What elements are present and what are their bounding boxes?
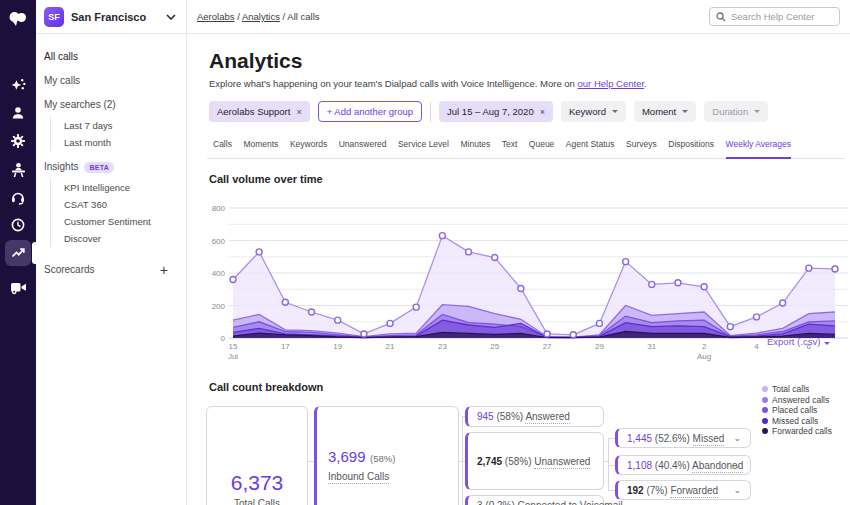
breadcrumb-analytics[interactable]: Analytics <box>242 11 280 22</box>
add-scorecard-button[interactable]: + <box>160 262 168 278</box>
keyword-filter[interactable]: Keyword <box>561 101 626 122</box>
analytics-icon[interactable] <box>5 240 31 266</box>
breadcrumb: Aerolabs / Analytics / All calls <box>197 11 320 22</box>
sidebar-item-my-searches[interactable]: My searches (2) <box>36 92 186 116</box>
connector <box>462 416 465 417</box>
caret-down-icon <box>824 342 830 345</box>
page-description: Explore what's happening on your team's … <box>209 78 647 89</box>
sidebar-item-discover[interactable]: Discover <box>51 230 186 247</box>
sidebar-item-csat-360[interactable]: CSAT 360 <box>51 196 186 213</box>
connector <box>608 465 615 466</box>
beta-badge: BETA <box>84 162 114 173</box>
help-search-input[interactable]: Search Help Center <box>709 7 840 26</box>
main-content: Analytics Explore what's happening on yo… <box>187 34 850 505</box>
tab-service-level[interactable]: Service Level <box>398 139 449 158</box>
svg-text:2: 2 <box>702 342 707 351</box>
svg-text:800: 800 <box>212 204 226 213</box>
tab-calls[interactable]: Calls <box>213 139 232 158</box>
tab-surveys[interactable]: Surveys <box>626 139 657 158</box>
sidebar-item-scorecards[interactable]: Scorecards + <box>36 255 186 284</box>
support-headset-icon[interactable] <box>5 184 31 210</box>
sidebar-item-all-calls[interactable]: All calls <box>36 44 186 68</box>
tab-weekly-averages[interactable]: Weekly Averages <box>726 139 791 159</box>
ai-sparkles-icon[interactable] <box>5 72 31 98</box>
office-avatar: SF <box>44 7 64 27</box>
sidebar-item-my-calls[interactable]: My calls <box>36 68 186 92</box>
svg-text:200: 200 <box>212 302 226 311</box>
sidebar-item-last-month[interactable]: Last month <box>51 134 186 151</box>
date-filter-chip[interactable]: Jul 15 – Aug 7, 2020× <box>439 101 553 122</box>
svg-text:27: 27 <box>543 342 552 351</box>
svg-text:25: 25 <box>490 342 499 351</box>
duration-filter[interactable]: Duration <box>704 101 768 122</box>
tab-queue[interactable]: Queue <box>529 139 555 158</box>
my-searches-group: Last 7 days Last month <box>50 117 186 151</box>
office-switcher[interactable]: SF San Francisco <box>36 0 186 34</box>
connector <box>608 490 615 491</box>
chevron-down-icon <box>166 14 176 20</box>
tab-agent-status[interactable]: Agent Status <box>566 139 615 158</box>
legend-item: Total calls <box>762 384 832 395</box>
filter-divider <box>430 102 431 122</box>
legend-label: Missed calls <box>772 416 818 426</box>
legend-dot <box>762 397 768 403</box>
sidebar-item-last-7-days[interactable]: Last 7 days <box>51 117 186 134</box>
connector <box>608 438 615 439</box>
svg-text:400: 400 <box>212 269 226 278</box>
breakdown-title: Call count breakdown <box>209 381 323 393</box>
search-icon <box>716 12 726 22</box>
video-meetings-icon[interactable] <box>5 274 31 300</box>
unanswered-box: 2,745 (58%) Unanswered <box>465 432 604 490</box>
total-calls-box: 6,373 Total Calls <box>206 406 308 505</box>
chart-title: Call volume over time <box>209 173 323 185</box>
answered-box: 945 (58%) Answered <box>465 406 604 427</box>
moment-filter[interactable]: Moment <box>634 101 696 122</box>
contact-center-icon[interactable] <box>5 156 31 182</box>
remove-date-icon[interactable]: × <box>540 107 545 117</box>
missed-dropdown[interactable]: 1,445 (52.6%) Missed ⌄ <box>615 428 751 448</box>
tab-keywords[interactable]: Keywords <box>290 139 327 158</box>
connector <box>308 461 314 462</box>
tab-unanswered[interactable]: Unanswered <box>339 139 387 158</box>
abandoned-dropdown[interactable]: 1,108 (40.4%) Abandoned ⌄ <box>615 455 751 475</box>
caret-down-icon <box>754 110 760 113</box>
filter-bar: Aerolabs Support× + Add another group Ju… <box>209 101 768 122</box>
tab-minutes[interactable]: Minutes <box>460 139 490 158</box>
insights-label: Insights <box>44 161 78 172</box>
dialpad-logo-icon[interactable] <box>5 6 31 32</box>
breadcrumb-all-calls: All calls <box>287 11 319 22</box>
settings-icon[interactable] <box>5 128 31 154</box>
svg-text:29: 29 <box>595 342 604 351</box>
legend-dot <box>762 418 768 424</box>
sidebar-item-insights[interactable]: InsightsBETA <box>36 154 186 178</box>
svg-text:600: 600 <box>212 237 226 246</box>
sidebar-item-customer-sentiment[interactable]: Customer Sentiment <box>51 213 186 230</box>
svg-text:19: 19 <box>333 342 342 351</box>
legend-dot <box>762 428 768 434</box>
svg-text:21: 21 <box>386 342 395 351</box>
tab-moments[interactable]: Moments <box>243 139 278 158</box>
connector <box>462 461 465 462</box>
breadcrumb-aerolabs[interactable]: Aerolabs <box>197 11 235 22</box>
group-filter-chip[interactable]: Aerolabs Support× <box>209 101 310 122</box>
legend-dot <box>762 386 768 392</box>
svg-text:Aug: Aug <box>697 352 711 361</box>
app-rail <box>0 0 36 505</box>
svg-text:17: 17 <box>281 342 290 351</box>
contacts-icon[interactable] <box>5 100 31 126</box>
caret-down-icon <box>612 110 618 113</box>
inbound-calls-value: 3,699 <box>328 448 366 465</box>
add-group-button[interactable]: + Add another group <box>318 101 422 122</box>
history-icon[interactable] <box>5 212 31 238</box>
remove-group-icon[interactable]: × <box>296 107 301 117</box>
insights-group: KPI Intelligence CSAT 360 Customer Senti… <box>50 179 186 247</box>
tab-dispositions[interactable]: Dispositions <box>668 139 714 158</box>
inbound-calls-label: Inbound Calls <box>328 471 389 484</box>
sidebar-item-kpi-intelligence[interactable]: KPI Intelligence <box>51 179 186 196</box>
forwarded-dropdown[interactable]: 192 (7%) Forwarded ⌄ <box>615 480 751 500</box>
help-center-link[interactable]: our Help Center <box>578 78 645 89</box>
export-csv-link[interactable]: Export (.csv) <box>767 336 830 347</box>
legend-dot <box>762 407 768 413</box>
voicemail-box: 3 (0.2%) Connected to Voicemail <box>465 495 604 505</box>
tab-text[interactable]: Text <box>502 139 518 158</box>
